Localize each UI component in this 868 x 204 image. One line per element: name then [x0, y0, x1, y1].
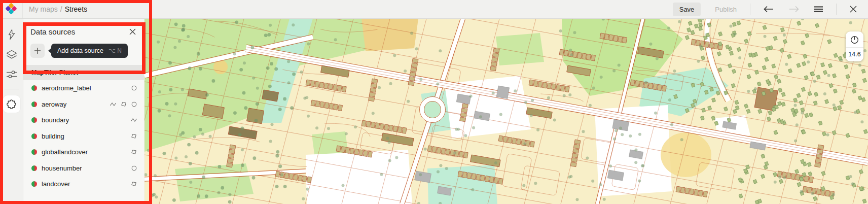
source-group-header[interactable]: MapTiler Planet: [23, 65, 144, 80]
geometry-type-icons: [130, 117, 137, 123]
point-type-icon: [131, 165, 137, 172]
sidebar-item-layers[interactable]: [3, 46, 20, 63]
line-type-icon: [130, 117, 137, 123]
topbar-actions: Save Publish: [673, 3, 868, 16]
plus-icon: [34, 47, 41, 54]
polygon-type-icon: [120, 101, 127, 108]
source-row[interactable]: boundary: [23, 112, 144, 128]
close-icon: [129, 28, 136, 35]
source-name: globallandcover: [42, 148, 130, 156]
polygon-type-icon: [130, 133, 137, 140]
line-type-icon: [110, 101, 117, 108]
geometry-type-icons: [130, 181, 137, 187]
source-row[interactable]: aerodrome_label: [23, 80, 144, 96]
app-logo[interactable]: [0, 0, 23, 18]
redo-forward-arrow-icon: [789, 6, 799, 13]
visibility-indicator[interactable]: [31, 85, 37, 91]
divider: [750, 4, 750, 15]
sidebar-item-actions[interactable]: [3, 26, 20, 43]
geometry-type-icons: [131, 165, 137, 172]
clock-icon: [850, 35, 859, 45]
sliders-icon: [6, 70, 17, 79]
source-row[interactable]: landcover: [23, 176, 144, 192]
source-name: aerodrome_label: [42, 84, 131, 92]
lightning-icon: [7, 29, 17, 40]
sidebar-item-settings[interactable]: [3, 65, 20, 83]
point-type-icon: [131, 101, 137, 108]
data-sources-panel: Data sources Add data source ⌥ N MapTile…: [23, 19, 144, 204]
publish-button[interactable]: Publish: [715, 6, 737, 13]
breadcrumb-section[interactable]: My maps: [29, 5, 58, 13]
visibility-indicator[interactable]: [31, 149, 37, 155]
divider: [836, 4, 837, 15]
time-control-button[interactable]: [846, 31, 863, 48]
undo-back-arrow-icon[interactable]: [764, 6, 774, 13]
source-row[interactable]: globallandcover: [23, 144, 144, 160]
puzzle-icon: [6, 99, 17, 110]
map-canvas[interactable]: 14.6: [144, 19, 868, 204]
divider: [5, 89, 19, 89]
top-bar: My maps/Streets Save Publish: [0, 0, 868, 19]
visibility-indicator[interactable]: [31, 117, 37, 123]
sidebar-item-plugins[interactable]: [3, 95, 20, 113]
visibility-indicator[interactable]: [31, 165, 37, 171]
breadcrumb-current: Streets: [65, 5, 87, 13]
source-row[interactable]: aeroway: [23, 96, 144, 113]
panel-title: Data sources: [30, 27, 75, 36]
geometry-type-icons: [130, 133, 137, 140]
tooltip-shortcut: ⌥ N: [108, 47, 122, 54]
source-name: landcover: [42, 180, 130, 188]
polygon-type-icon: [130, 181, 137, 187]
close-icon[interactable]: [850, 6, 857, 13]
visibility-indicator[interactable]: [31, 101, 37, 107]
visibility-indicator[interactable]: [31, 181, 37, 187]
maptiler-logo-icon: [5, 3, 17, 16]
layers-icon: [6, 50, 17, 59]
breadcrumb-separator: /: [60, 5, 62, 13]
panel-close-button[interactable]: [128, 27, 137, 36]
source-name: housenumber: [42, 164, 131, 172]
source-name: aeroway: [42, 100, 110, 108]
source-row[interactable]: building: [23, 128, 144, 145]
point-type-icon: [131, 85, 137, 91]
save-button[interactable]: Save: [673, 3, 701, 16]
geometry-type-icons: [110, 101, 137, 108]
source-list: aerodrome_labelaerowayboundarybuildinggl…: [23, 80, 144, 192]
source-row[interactable]: housenumber: [23, 160, 144, 177]
polygon-type-icon: [130, 149, 137, 155]
map-render: [144, 19, 868, 204]
visibility-indicator[interactable]: [31, 133, 37, 139]
tool-sidebar: [0, 19, 23, 204]
add-data-source-tooltip: Add data source ⌥ N: [51, 44, 128, 58]
zoom-level-value: 14.6: [848, 48, 860, 61]
map-zoom-widget: 14.6: [846, 31, 863, 61]
geometry-type-icons: [131, 85, 137, 91]
add-data-source-button[interactable]: [30, 44, 45, 58]
geometry-type-icons: [130, 149, 137, 155]
menu-hamburger-icon[interactable]: [814, 6, 823, 12]
source-name: building: [42, 132, 130, 140]
source-name: boundary: [42, 116, 130, 124]
tooltip-label: Add data source: [57, 47, 103, 54]
breadcrumb: My maps/Streets: [29, 5, 87, 13]
